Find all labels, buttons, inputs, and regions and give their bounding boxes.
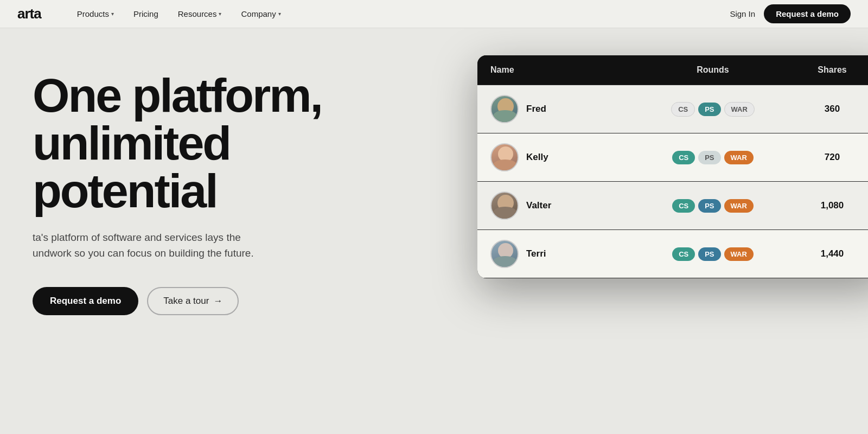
sign-in-link[interactable]: Sign In: [730, 9, 755, 18]
data-table-panel: Name Rounds Shares Ownership Fred CS PS …: [477, 55, 868, 278]
chevron-down-icon: ▾: [278, 11, 281, 17]
rounds-cell: CS PS WAR: [642, 247, 783, 261]
avatar: [490, 240, 519, 268]
col-rounds: Rounds: [642, 65, 783, 75]
hero-subtext: ta's platform of software and services l…: [33, 230, 336, 261]
hero-buttons: Request a demo Take a tour →: [33, 287, 868, 315]
nav-products[interactable]: Products ▾: [67, 6, 124, 22]
rounds-cell: CS PS WAR: [642, 151, 783, 164]
shares-cell: 720: [783, 152, 868, 163]
nav-resources[interactable]: Resources ▾: [168, 6, 232, 22]
shares-cell: 1,440: [783, 248, 868, 259]
round-badge-war: WAR: [724, 151, 754, 164]
round-badge-cs: CS: [671, 102, 695, 117]
round-badge-cs: CS: [672, 151, 695, 164]
table-row: Fred CS PS WAR 360 10: [477, 85, 868, 133]
round-badge-ps: PS: [698, 199, 720, 213]
round-badge-cs: CS: [672, 247, 695, 261]
rounds-cell: CS PS WAR: [642, 102, 783, 117]
arrow-icon: →: [213, 296, 222, 307]
person-cell: Terri: [490, 240, 642, 268]
nav-pricing[interactable]: Pricing: [124, 6, 168, 22]
nav-right: Sign In Request a demo: [730, 4, 851, 23]
request-demo-button[interactable]: Request a demo: [764, 4, 851, 23]
shares-cell: 360: [783, 104, 868, 114]
take-tour-button[interactable]: Take a tour →: [147, 287, 239, 315]
round-badge-war: WAR: [724, 102, 755, 117]
nav-company[interactable]: Company ▾: [231, 6, 290, 22]
table-row: Kelly CS PS WAR 720 20: [477, 133, 868, 182]
table-header: Name Rounds Shares Ownership: [477, 55, 868, 85]
person-name: Valter: [526, 200, 551, 211]
table-row: Terri CS PS WAR 1,440 40: [477, 230, 868, 278]
round-badge-ps: PS: [698, 103, 720, 116]
person-name: Fred: [526, 104, 546, 114]
round-badge-cs: CS: [672, 199, 695, 213]
person-name: Terri: [526, 248, 546, 259]
person-cell: Fred: [490, 95, 642, 123]
round-badge-war: WAR: [724, 247, 754, 261]
col-name: Name: [490, 65, 642, 75]
person-cell: Kelly: [490, 143, 642, 171]
person-cell: Valter: [490, 192, 642, 220]
table-row: Valter CS PS WAR 1,080 30: [477, 182, 868, 230]
avatar: [490, 143, 519, 171]
nav-links: Products ▾ Pricing Resources ▾ Company ▾: [67, 6, 730, 22]
chevron-down-icon: ▾: [111, 11, 114, 17]
request-demo-hero-button[interactable]: Request a demo: [33, 287, 138, 315]
logo[interactable]: arta: [17, 5, 41, 22]
round-badge-ps: PS: [698, 151, 720, 164]
round-badge-war: WAR: [724, 199, 754, 213]
person-name: Kelly: [526, 152, 548, 163]
col-shares: Shares: [783, 65, 868, 75]
avatar: [490, 192, 519, 220]
avatar: [490, 95, 519, 123]
shares-cell: 1,080: [783, 200, 868, 211]
navbar: arta Products ▾ Pricing Resources ▾ Comp…: [0, 0, 868, 28]
hero-section: One platform, unlimited potential ta's p…: [0, 28, 868, 434]
rounds-cell: CS PS WAR: [642, 199, 783, 213]
round-badge-ps: PS: [698, 247, 720, 261]
hero-heading: One platform, unlimited potential: [33, 72, 401, 215]
chevron-down-icon: ▾: [219, 11, 221, 17]
